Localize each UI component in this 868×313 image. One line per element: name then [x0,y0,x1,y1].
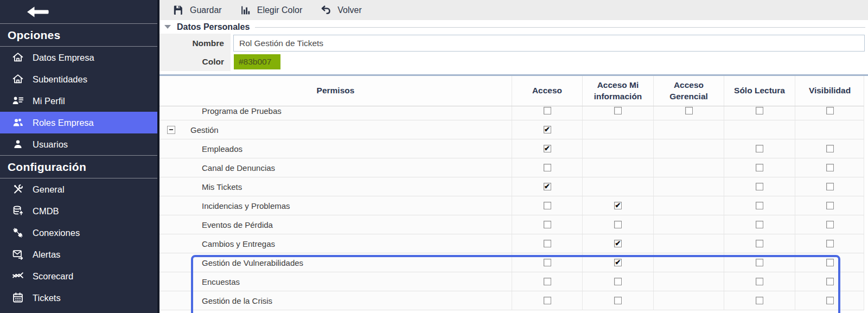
plug-icon-wrap [11,226,24,239]
checkbox-visibilidad[interactable] [826,221,834,228]
checkbox-acceso[interactable] [544,278,551,285]
checkbox-solo_lectura[interactable] [756,221,763,228]
cell-solo_lectura [724,215,795,234]
sidebar-item-label: General [33,184,65,195]
cell-visibilidad [795,158,864,177]
sidebar-item-tickets[interactable]: Tickets [0,287,157,309]
sidebar: OpcionesDatos EmpresaSubentidadesMi Perf… [0,0,157,313]
checkbox-solo_lectura[interactable] [756,164,763,171]
person-icon-wrap [11,138,24,151]
sidebar-item-general[interactable]: General [0,178,157,200]
permission-label: Canal de Denuncias [202,163,275,173]
sidebar-item-scorecard[interactable]: Scorecard [0,265,157,287]
sidebar-item-conexiones[interactable]: Conexiones [0,222,157,244]
checkbox-solo_lectura[interactable] [756,259,763,266]
cell-gerencial [653,158,724,177]
sidebar-item-label: CMDB [33,206,59,216]
checkbox-mi_informacion[interactable] [614,259,622,266]
main-panel: GuardarElegir ColorVolver Datos Personal… [157,0,868,313]
permissions-table: PermisosAccesoAcceso Mi informaciónAcces… [159,74,868,313]
datos-personales-section-header[interactable]: Datos Personales [159,20,868,34]
sidebar-item-subentidades[interactable]: Subentidades [0,68,157,90]
nav-list: Datos EmpresaSubentidadesMi PerfilRoles … [0,47,157,155]
home-icon [12,52,24,63]
section-rule [255,27,865,28]
checkbox-acceso[interactable] [544,126,551,133]
checkbox-mi_informacion[interactable] [614,297,622,304]
checkbox-visibilidad[interactable] [826,297,834,304]
checkbox-mi_informacion[interactable] [614,202,622,209]
sidebar-item-partial[interactable] [0,309,157,313]
cell-acceso [512,196,582,215]
color-swatch[interactable]: #83b007 [234,54,280,69]
permission-cell: Incidencias y Problemas [159,196,512,215]
toolbar-button-label: Volver [337,5,361,15]
collapse-triangle-icon [164,25,171,29]
plug-icon [12,227,24,239]
bar-chart-icon [240,4,251,16]
collapse-expander-icon[interactable] [167,126,175,134]
cell-solo_lectura [724,272,795,291]
checkbox-mi_informacion[interactable] [614,107,622,114]
sidebar-item-label: Mi Perfil [33,96,65,106]
home-icon [12,73,24,85]
tools-icon-wrap [11,183,24,196]
checkbox-visibilidad[interactable] [826,240,834,247]
checkbox-acceso[interactable] [544,259,551,266]
table-row-eventos-de-perdida: Eventos de Pérdida [159,215,864,234]
cell-mi_informacion [582,253,653,272]
checkbox-acceso[interactable] [544,297,551,304]
checkbox-mi_informacion[interactable] [614,278,622,285]
sidebar-item-label: Subentidades [33,74,87,85]
checkbox-acceso[interactable] [544,107,551,114]
profile-icon [12,95,24,107]
toolbar-button-label: Elegir Color [257,5,303,15]
back-button[interactable] [25,6,49,18]
checkbox-solo_lectura[interactable] [756,240,763,247]
sidebar-item-usuarios[interactable]: Usuarios [0,133,157,155]
checkbox-solo_lectura[interactable] [756,297,763,304]
sidebar-item-cmdb[interactable]: CMDB [0,200,157,222]
checkbox-acceso[interactable] [544,202,551,209]
mail-icon [12,248,24,260]
checkbox-acceso[interactable] [544,240,551,247]
name-input[interactable] [233,35,865,52]
checkbox-gerencial[interactable] [685,107,693,114]
permission-label: Gestión [190,125,219,135]
cell-visibilidad [795,106,864,120]
checkbox-visibilidad[interactable] [826,164,834,171]
checkbox-solo_lectura[interactable] [756,278,763,285]
cell-acceso [512,106,582,120]
checkbox-solo_lectura[interactable] [756,145,763,152]
volver-button[interactable]: Volver [320,4,361,16]
checkbox-mi_informacion[interactable] [614,240,622,247]
checkbox-solo_lectura[interactable] [756,202,763,209]
checkbox-visibilidad[interactable] [826,183,834,190]
checkbox-visibilidad[interactable] [826,259,834,266]
elegir-color-button[interactable]: Elegir Color [240,4,303,16]
checkbox-visibilidad[interactable] [826,107,834,114]
sidebar-item-datos-empresa[interactable]: Datos Empresa [0,47,157,68]
home-icon-wrap [11,73,24,86]
checkbox-solo_lectura[interactable] [756,107,763,114]
database-icon-wrap [11,205,24,218]
sidebar-item-alertas[interactable]: Alertas [0,244,157,265]
checkbox-visibilidad[interactable] [826,202,834,209]
checkbox-visibilidad[interactable] [826,278,834,285]
table-row-gestion-de-vulnerabilidades: Gestión de Vulnerabilidades [159,253,864,272]
checkbox-acceso[interactable] [544,164,551,171]
permission-cell: Programa de Pruebas [159,106,512,120]
sidebar-item-roles-empresa[interactable]: Roles Empresa [0,112,157,133]
cell-mi_informacion [582,234,653,253]
cell-gerencial [653,272,724,291]
table-header-row: PermisosAccesoAcceso Mi informaciónAcces… [159,76,864,106]
table-row-cambios-y-entregas: Cambios y Entregas [159,234,864,253]
checkbox-acceso[interactable] [544,145,551,152]
checkbox-acceso[interactable] [544,183,551,190]
sidebar-item-mi-perfil[interactable]: Mi Perfil [0,90,157,112]
checkbox-mi_informacion[interactable] [614,221,622,228]
checkbox-solo_lectura[interactable] [756,183,763,190]
checkbox-visibilidad[interactable] [826,145,834,152]
guardar-button[interactable]: Guardar [173,4,222,16]
checkbox-acceso[interactable] [544,221,551,228]
